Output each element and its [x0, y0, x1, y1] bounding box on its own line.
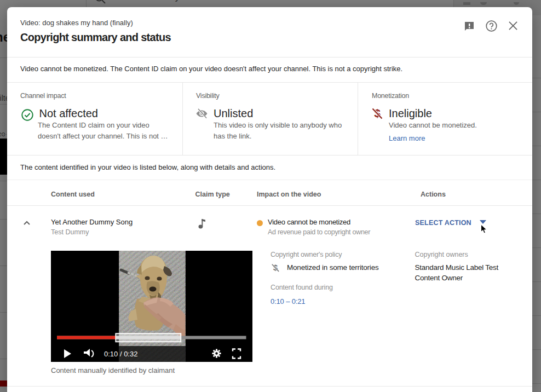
- svg-text:0:10 / 0:32: 0:10 / 0:32: [104, 350, 137, 358]
